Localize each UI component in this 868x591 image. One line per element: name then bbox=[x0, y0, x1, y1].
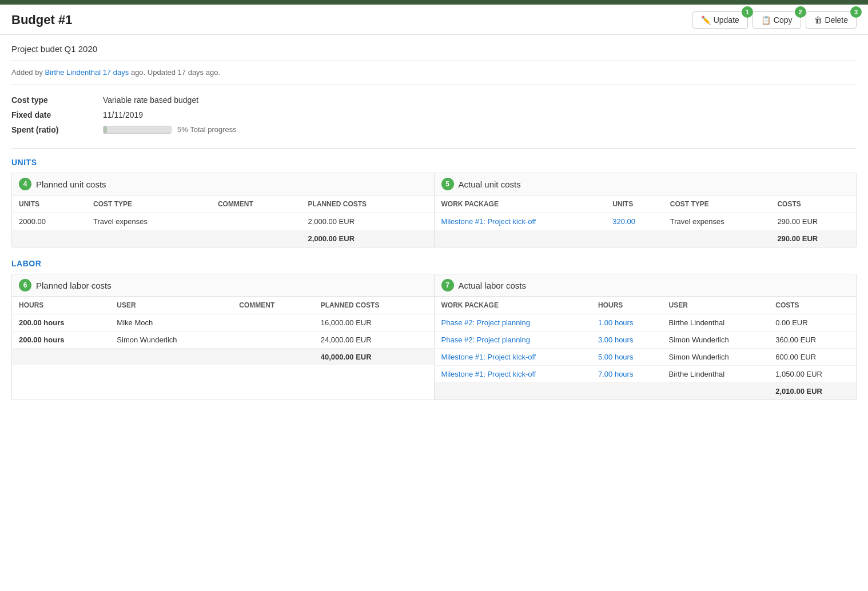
actual-unit-badge: 5 bbox=[441, 178, 454, 190]
details-section: Cost type Variable rate based budget Fix… bbox=[11, 95, 857, 149]
col-planned-costs-labor: PLANNED COSTS bbox=[314, 297, 434, 314]
table-row: 200.00 hours Simon Wunderlich 24,000.00 … bbox=[12, 332, 434, 349]
col-planned-costs: PLANNED COSTS bbox=[301, 195, 433, 213]
actual-unit-costs-panel: 5 Actual unit costs WORK PACKAGE UNITS C… bbox=[435, 173, 857, 247]
planned-unit-badge: 4 bbox=[19, 178, 31, 190]
spent-ratio-label: Spent (ratio) bbox=[11, 125, 103, 134]
actual-labor-title: Actual labor costs bbox=[459, 281, 526, 290]
actual-unit-header: 5 Actual unit costs bbox=[435, 173, 857, 195]
planned-labor-title: Planned labor costs bbox=[36, 281, 112, 290]
labor-section-header: LABOR bbox=[11, 259, 857, 268]
hours-link[interactable]: 1.00 hours bbox=[598, 318, 633, 327]
col-comment: COMMENT bbox=[211, 195, 301, 213]
col-work-package: WORK PACKAGE bbox=[435, 195, 606, 213]
col-work-package-labor: WORK PACKAGE bbox=[435, 297, 592, 314]
progress-bar-fill bbox=[103, 126, 107, 133]
update-button[interactable]: ✏️ Update 1 bbox=[692, 11, 748, 29]
actual-labor-total: 2,010.00 EUR bbox=[769, 383, 856, 400]
copy-icon: 📋 bbox=[761, 15, 771, 25]
actual-unit-header-row: WORK PACKAGE UNITS COST TYPE COSTS bbox=[435, 195, 857, 213]
delete-button[interactable]: 🗑 Delete 3 bbox=[806, 11, 857, 29]
actual-labor-total-row: 2,010.00 EUR bbox=[435, 383, 857, 400]
meta-suffix: ago. Updated 17 days ago. bbox=[129, 68, 220, 77]
planned-labor-table: HOURS USER COMMENT PLANNED COSTS 200.00 … bbox=[12, 297, 434, 365]
planned-labor-badge: 6 bbox=[19, 279, 31, 291]
col-user: USER bbox=[110, 297, 232, 314]
copy-badge: 2 bbox=[795, 6, 806, 18]
page-header: Budget #1 ✏️ Update 1 📋 Copy 2 🗑 Delete … bbox=[0, 5, 868, 35]
copy-button[interactable]: 📋 Copy 2 bbox=[752, 11, 801, 29]
table-row: Phase #2: Project planning 3.00 hours Si… bbox=[435, 332, 857, 349]
actual-unit-total: 290.00 EUR bbox=[770, 230, 856, 247]
planned-labor-header-row: HOURS USER COMMENT PLANNED COSTS bbox=[12, 297, 434, 314]
progress-text: 5% Total progress bbox=[177, 125, 237, 134]
actual-labor-header-row: WORK PACKAGE HOURS USER COSTS bbox=[435, 297, 857, 314]
top-bar bbox=[0, 0, 868, 5]
table-row: Phase #2: Project planning 1.00 hours Bi… bbox=[435, 314, 857, 332]
actual-labor-badge: 7 bbox=[441, 279, 454, 291]
author-link[interactable]: Birthe Lindenthal 17 days bbox=[45, 68, 129, 77]
fixed-date-value: 11/11/2019 bbox=[103, 110, 143, 119]
planned-unit-costs-panel: 4 Planned unit costs UNITS COST TYPE COM… bbox=[12, 173, 435, 247]
col-costs: COSTS bbox=[770, 195, 856, 213]
delete-badge: 3 bbox=[850, 6, 862, 18]
cost-type-row: Cost type Variable rate based budget bbox=[11, 95, 857, 105]
units-link[interactable]: 320.00 bbox=[612, 217, 635, 226]
planned-unit-table: UNITS COST TYPE COMMENT PLANNED COSTS 20… bbox=[12, 195, 434, 247]
fixed-date-row: Fixed date 11/11/2019 bbox=[11, 110, 857, 119]
hours-link[interactable]: 3.00 hours bbox=[598, 336, 633, 344]
update-badge: 1 bbox=[742, 6, 753, 18]
hours-link[interactable]: 5.00 hours bbox=[598, 353, 633, 361]
meta-info: Added by Birthe Lindenthal 17 days ago. … bbox=[11, 68, 857, 85]
spent-ratio-row: Spent (ratio) 5% Total progress bbox=[11, 125, 857, 134]
trash-icon: 🗑 bbox=[814, 15, 822, 25]
col-costs-actual: COSTS bbox=[769, 297, 856, 314]
col-hours-actual: HOURS bbox=[591, 297, 662, 314]
hours-link[interactable]: 7.00 hours bbox=[598, 370, 633, 378]
actual-unit-total-row: 290.00 EUR bbox=[435, 230, 857, 247]
page-title: Budget #1 bbox=[11, 13, 72, 27]
actual-unit-title: Actual unit costs bbox=[459, 179, 521, 189]
col-cost-type: COST TYPE bbox=[86, 195, 211, 213]
header-actions: ✏️ Update 1 📋 Copy 2 🗑 Delete 3 bbox=[692, 11, 857, 29]
table-row: Milestone #1: Project kick-off 7.00 hour… bbox=[435, 366, 857, 383]
project-name: Project budet Q1 2020 bbox=[11, 44, 857, 61]
planned-unit-header-row: UNITS COST TYPE COMMENT PLANNED COSTS bbox=[12, 195, 434, 213]
work-package-link[interactable]: Milestone #1: Project kick-off bbox=[441, 217, 536, 226]
actual-unit-table: WORK PACKAGE UNITS COST TYPE COSTS Miles… bbox=[435, 195, 857, 247]
planned-labor-total-row: 40,000.00 EUR bbox=[12, 349, 434, 366]
table-row: 2000.00 Travel expenses 2,000.00 EUR bbox=[12, 213, 434, 230]
col-units: UNITS bbox=[12, 195, 86, 213]
planned-unit-total-row: 2,000.00 EUR bbox=[12, 230, 434, 247]
meta-prefix: Added by bbox=[11, 68, 45, 77]
col-user-actual: USER bbox=[662, 297, 769, 314]
col-hours: HOURS bbox=[12, 297, 110, 314]
actual-labor-costs-panel: 7 Actual labor costs WORK PACKAGE HOURS … bbox=[435, 274, 857, 400]
labor-split-section: 6 Planned labor costs HOURS USER COMMENT… bbox=[11, 274, 857, 400]
actual-labor-header: 7 Actual labor costs bbox=[435, 274, 857, 297]
main-content: Project budet Q1 2020 Added by Birthe Li… bbox=[0, 35, 868, 421]
col-units-actual: UNITS bbox=[606, 195, 663, 213]
table-row: Milestone #1: Project kick-off 320.00 Tr… bbox=[435, 213, 857, 230]
progress-bar-bg bbox=[103, 126, 172, 134]
col-cost-type-actual: COST TYPE bbox=[663, 195, 771, 213]
col-comment-labor: COMMENT bbox=[232, 297, 313, 314]
planned-labor-header: 6 Planned labor costs bbox=[12, 274, 434, 297]
fixed-date-label: Fixed date bbox=[11, 110, 103, 119]
work-package-link[interactable]: Milestone #1: Project kick-off bbox=[441, 370, 536, 378]
planned-unit-header: 4 Planned unit costs bbox=[12, 173, 434, 195]
planned-unit-title: Planned unit costs bbox=[36, 179, 106, 189]
units-split-section: 4 Planned unit costs UNITS COST TYPE COM… bbox=[11, 173, 857, 247]
work-package-link[interactable]: Milestone #1: Project kick-off bbox=[441, 353, 536, 361]
units-section-header: UNITS bbox=[11, 158, 857, 167]
planned-labor-total: 40,000.00 EUR bbox=[314, 349, 434, 366]
planned-unit-total: 2,000.00 EUR bbox=[301, 230, 433, 247]
table-row: Milestone #1: Project kick-off 5.00 hour… bbox=[435, 349, 857, 366]
work-package-link[interactable]: Phase #2: Project planning bbox=[441, 318, 530, 327]
work-package-link[interactable]: Phase #2: Project planning bbox=[441, 336, 530, 344]
progress-container: 5% Total progress bbox=[103, 125, 237, 134]
planned-labor-costs-panel: 6 Planned labor costs HOURS USER COMMENT… bbox=[12, 274, 435, 400]
cost-type-value: Variable rate based budget bbox=[103, 95, 198, 105]
actual-labor-table: WORK PACKAGE HOURS USER COSTS Phase #2: … bbox=[435, 297, 857, 400]
cost-type-label: Cost type bbox=[11, 95, 103, 105]
